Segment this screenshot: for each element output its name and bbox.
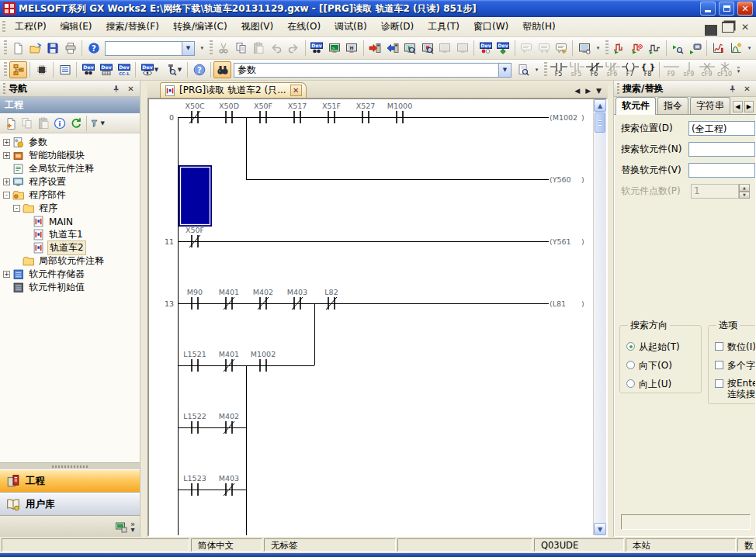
help2-button[interactable]: ? xyxy=(190,61,208,78)
mdi-close-button[interactable]: ✕ xyxy=(739,22,751,33)
monitor-stop-button[interactable] xyxy=(419,40,437,57)
ladder-canvas[interactable]: X50CX50DX50FX517X51FX527M1000X50FM90M401… xyxy=(149,99,593,535)
toolbar-overflow-button[interactable]: ▾ xyxy=(744,40,754,57)
toolbar-grip[interactable] xyxy=(210,40,213,56)
nav-splitter[interactable] xyxy=(140,81,147,537)
find-binoculars-button[interactable] xyxy=(213,61,231,78)
close-icon[interactable]: ✕ xyxy=(125,83,137,94)
nav-filter-button[interactable]: ▼ xyxy=(89,115,106,131)
menu-item[interactable]: 搜索/替换(F) xyxy=(99,17,166,36)
module-tool-button[interactable]: H xyxy=(343,40,361,57)
radio-icon[interactable] xyxy=(626,379,635,388)
device-memory-button[interactable]: Dev xyxy=(97,61,115,78)
multiword-option[interactable]: 多个字 xyxy=(715,359,756,372)
search-tab-2[interactable]: 字符串 xyxy=(690,97,730,114)
toolbar-combo[interactable]: 参数▼ xyxy=(234,63,512,78)
read-from-plc-button[interactable] xyxy=(383,40,401,57)
menu-item[interactable]: 帮助(H) xyxy=(515,17,562,36)
menu-item[interactable]: 工具(T) xyxy=(421,17,466,36)
radio-icon[interactable] xyxy=(626,361,635,369)
direction-down-option[interactable]: 向下(O) xyxy=(626,359,701,372)
ladder-symbol-F8-button[interactable]: { }F8 xyxy=(639,61,657,79)
close-icon[interactable]: ✕ xyxy=(741,83,753,94)
device-test-off-button[interactable]: Dev xyxy=(494,40,512,57)
toolbar-grip[interactable] xyxy=(544,62,547,78)
intelligent-monitor-button[interactable]: >_ xyxy=(325,40,343,57)
enter-continuous-option[interactable]: 按Enter连续搜 xyxy=(715,378,756,400)
device-test-on-button[interactable]: Dev xyxy=(477,40,494,57)
checkbox-icon[interactable] xyxy=(715,342,723,351)
graph-green-button[interactable] xyxy=(727,40,745,57)
remote-operation-button[interactable] xyxy=(575,40,593,57)
menu-item[interactable]: 在线(O) xyxy=(280,17,328,36)
nav-refresh-button[interactable] xyxy=(68,115,84,131)
tab-list-icon[interactable]: ▼ xyxy=(596,87,602,95)
pin-icon[interactable] xyxy=(727,83,738,94)
nav-splitter-grip[interactable] xyxy=(0,462,140,469)
tab-scroll-left-icon[interactable]: ◀ xyxy=(574,87,580,95)
trace-register-button[interactable] xyxy=(686,40,704,57)
cut-button[interactable] xyxy=(215,40,233,57)
maximize-button[interactable] xyxy=(719,2,734,16)
write-to-plc-button[interactable] xyxy=(366,40,384,57)
close-button[interactable]: ✕ xyxy=(737,2,753,16)
module-configuration-button[interactable] xyxy=(33,61,50,78)
device-comment-button[interactable]: Dev xyxy=(79,61,97,78)
tab-scroll-right-icon[interactable]: ▶ xyxy=(585,87,591,95)
work-window-button[interactable] xyxy=(56,61,74,78)
replace-device-input[interactable] xyxy=(688,163,755,178)
toolbar-overflow-button[interactable]: ▾ xyxy=(532,61,542,78)
statement-insert-button[interactable] xyxy=(553,40,570,57)
pin-icon[interactable] xyxy=(110,83,122,94)
menu-item[interactable]: 视图(V) xyxy=(234,17,281,36)
ladder-symbol-F9-button[interactable]: F9 xyxy=(662,61,680,79)
search-tab-0[interactable]: 软元件 xyxy=(616,97,656,115)
tree-item-program[interactable]: 轨道车1 xyxy=(0,228,140,241)
search-tab-1[interactable]: 指令 xyxy=(657,97,688,114)
project-view-button[interactable]: 工程 xyxy=(0,469,140,493)
spin-down-icon[interactable]: ▼ xyxy=(739,192,750,199)
checkbox-icon[interactable] xyxy=(715,361,723,369)
ladder-symbol-F5-button[interactable]: F5 xyxy=(550,61,567,79)
direction-up-option[interactable]: 向上(U) xyxy=(626,378,701,391)
right-splitter[interactable] xyxy=(608,81,613,537)
page-find-button[interactable] xyxy=(514,61,532,78)
connection-destination-icon[interactable] xyxy=(115,521,127,533)
digit-option[interactable]: 数位(I) xyxy=(715,341,756,354)
find-device-input[interactable] xyxy=(688,142,755,157)
scrollbar-thumb[interactable] xyxy=(595,112,605,133)
menu-item[interactable]: 窗口(W) xyxy=(466,17,515,36)
tree-item-node[interactable]: +程序设置 xyxy=(0,175,140,189)
monitor-start-button[interactable] xyxy=(401,40,419,57)
tabs-scroll-right-icon[interactable]: ▶ xyxy=(744,101,754,112)
device-find-button[interactable]: ▼ xyxy=(161,61,185,78)
tree-item-node[interactable]: 局部软元件注释 xyxy=(0,254,140,268)
ladder-symbol-cF10-button[interactable]: cF10 xyxy=(716,61,733,79)
monitor-read-button[interactable] xyxy=(454,40,472,57)
tab-close-icon[interactable]: ✕ xyxy=(290,85,302,96)
tree-item-node[interactable]: +参数 xyxy=(0,136,140,149)
pulse-trace-button[interactable] xyxy=(646,40,664,57)
minimize-button[interactable] xyxy=(700,2,716,16)
menu-item[interactable]: 编辑(E) xyxy=(54,17,99,36)
nav-new-button[interactable] xyxy=(2,115,19,131)
tabs-scroll-left-icon[interactable]: ◀ xyxy=(733,101,743,112)
tree-item-node[interactable]: -程序部件 xyxy=(0,189,140,202)
device-points-input[interactable]: 1 xyxy=(691,184,739,199)
tree-expander-icon[interactable]: + xyxy=(3,152,10,159)
print-button[interactable] xyxy=(62,40,80,57)
redo-button[interactable] xyxy=(285,40,303,57)
ladder-symbol-sF9-button[interactable]: sF9 xyxy=(680,61,698,79)
direction-from-top-option[interactable]: 从起始(T) xyxy=(626,341,701,354)
points-spinner[interactable]: ▲▼ xyxy=(739,184,750,199)
toolbar-grip[interactable] xyxy=(4,62,7,78)
ladder-symbol-sF6-button[interactable]: sF6 xyxy=(603,61,621,79)
spin-up-icon[interactable]: ▲ xyxy=(739,184,750,192)
scroll-down-icon[interactable]: ▼ xyxy=(594,523,606,535)
menu-item[interactable]: 工程(P) xyxy=(8,17,54,36)
nav-info-button[interactable]: i xyxy=(51,115,68,131)
trace-search-button[interactable] xyxy=(669,40,687,57)
tree-item-node[interactable]: 全局软元件注释 xyxy=(0,162,140,175)
nav-footer-overflow[interactable]: »▾ xyxy=(130,521,135,532)
tree-item-node[interactable]: +软元件存储器 xyxy=(0,268,140,281)
